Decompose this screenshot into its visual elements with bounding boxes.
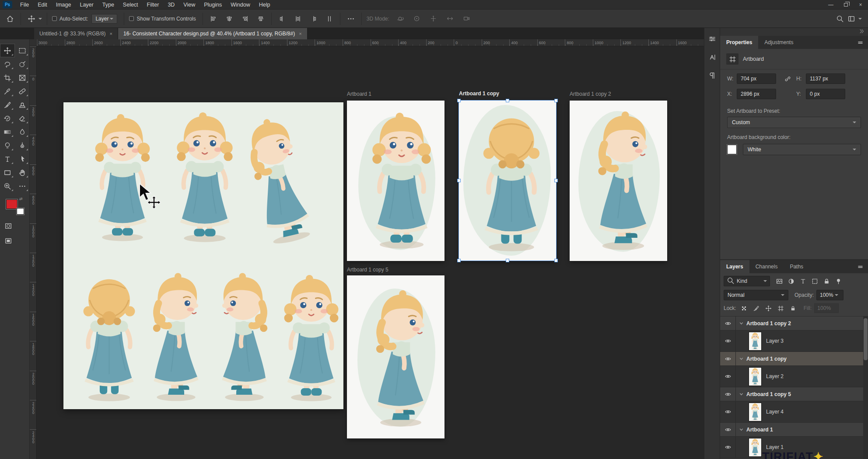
scrollbar-thumb[interactable] [864,318,868,360]
menu-filter[interactable]: Filter [143,2,164,8]
layer-thumbnail[interactable] [749,332,761,350]
artboard-1-copy-5[interactable] [347,275,444,438]
preset-dropdown[interactable]: Custom [727,117,861,128]
eyedropper-tool[interactable] [0,84,15,98]
tab-paths[interactable]: Paths [784,260,809,273]
y-field[interactable]: 0 px [806,89,845,99]
swap-colors-icon[interactable]: ⇄ [19,197,23,201]
close-tab-icon[interactable]: × [299,31,301,36]
link-dimensions-icon[interactable] [779,75,796,83]
visibility-eye-icon[interactable] [720,330,736,351]
lock-transparent-icon[interactable] [740,304,748,312]
type-tool[interactable] [0,152,15,166]
lock-all-icon[interactable] [789,304,797,312]
vertical-ruler[interactable]: 2000200400600800100012001400160018002000… [30,46,37,459]
menu-layer[interactable]: Layer [75,2,98,8]
type-filter-icon[interactable] [798,276,808,286]
layer-row-artboard-1-copy-5[interactable]: Artboard 1 copy 5 [720,387,868,401]
character-rail-icon[interactable] [704,50,720,65]
collapse-panels-icon[interactable] [859,28,864,36]
artboard-1[interactable] [347,101,444,261]
artboard-label-1[interactable]: Artboard 1 [347,91,371,97]
crop-tool[interactable] [0,71,15,84]
menu-type[interactable]: Type [98,2,119,8]
frame-tool[interactable] [15,71,30,84]
quick-mask-button[interactable] [1,219,16,233]
distribute-center-v-icon[interactable] [292,13,304,24]
layer-row-layer-3[interactable]: Layer 3 [720,330,868,352]
properties-rail-icon[interactable] [704,31,720,46]
lock-artboard-icon[interactable] [777,304,785,312]
artboard-label-3[interactable]: Artboard 1 copy 2 [570,91,611,97]
blend-mode-dropdown[interactable]: Normal [724,290,788,300]
menu-file[interactable]: File [16,2,33,8]
chevron-down-icon[interactable] [736,427,746,432]
pin-filter-icon[interactable] [833,276,844,286]
layer-row-artboard-1[interactable]: Artboard 1 [720,423,868,437]
document-tab-2[interactable]: 16- Consistent Character design.psd @ 40… [118,28,308,39]
document-tab-1[interactable]: Untitled-1 @ 33.3% (RGB/8)× [34,28,118,39]
shape-filter-icon[interactable] [809,276,820,286]
zoom-tool[interactable] [0,179,15,193]
menu-help[interactable]: Help [255,2,275,8]
chevron-down-icon[interactable] [736,356,746,361]
align-left-icon[interactable] [208,13,219,24]
character-sheet-image[interactable] [63,102,343,409]
dodge-tool[interactable] [0,139,15,152]
chevron-down-icon[interactable] [736,321,746,326]
tab-adjustments[interactable]: Adjustments [758,36,799,49]
layer-thumbnail[interactable] [749,438,761,456]
menu-3d[interactable]: 3D [163,2,179,8]
artboard-1-copy-2[interactable] [570,101,667,261]
visibility-eye-icon[interactable] [720,423,736,436]
home-icon[interactable] [4,13,16,24]
move-tool-icon[interactable] [26,13,37,24]
close-tab-icon[interactable]: × [110,31,112,36]
visibility-eye-icon[interactable] [720,387,736,401]
artboard-bg-dropdown[interactable]: White [743,144,861,155]
width-field[interactable]: 704 px [737,73,776,84]
layer-row-layer-4[interactable]: Layer 4 [720,401,868,423]
tab-properties[interactable]: Properties [720,36,758,49]
background-color-swatch[interactable] [17,208,24,215]
layer-row-artboard-1-copy-2[interactable]: Artboard 1 copy 2 [720,316,868,330]
layer-thumbnail[interactable] [749,368,761,386]
distribute-gap-icon[interactable] [324,13,335,24]
align-center-h-icon[interactable] [224,13,235,24]
pen-tool[interactable] [15,139,30,152]
restore-button[interactable] [838,2,853,8]
artboard-bg-swatch[interactable] [727,145,737,154]
lock-brush-icon[interactable] [752,304,760,312]
more-options-icon[interactable] [345,13,357,24]
brush-tool[interactable] [0,98,15,111]
tab-channels[interactable]: Channels [749,260,784,273]
healing-brush-tool[interactable] [15,84,30,98]
hand-tool[interactable] [15,166,30,179]
distribute-top-icon[interactable] [276,13,288,24]
opacity-field[interactable]: 100% [816,290,844,300]
menu-window[interactable]: Window [226,2,254,8]
eraser-tool[interactable] [15,111,30,125]
clone-stamp-tool[interactable] [15,98,30,111]
kind-filter-dropdown[interactable]: Kind [724,276,770,286]
blur-tool[interactable] [15,125,30,139]
workspace-icon[interactable] [846,13,857,24]
adjustment-filter-icon[interactable] [786,276,797,286]
pixel-filter-icon[interactable] [774,276,785,286]
auto-select-checkbox[interactable] [52,16,57,21]
menu-plugins[interactable]: Plugins [200,2,226,8]
visibility-eye-icon[interactable] [720,401,736,422]
layer-thumbnail[interactable] [749,403,761,421]
visibility-eye-icon[interactable] [720,437,736,458]
panel-menu-icon[interactable] [857,260,868,273]
auto-select-target-dropdown[interactable]: Layer [91,14,117,24]
tab-layers[interactable]: Layers [720,260,749,273]
ruler-origin[interactable] [30,39,37,46]
show-transform-checkbox[interactable] [129,16,134,21]
menu-view[interactable]: View [179,2,200,8]
chevron-down-icon[interactable] [736,392,746,396]
paragraph-rail-icon[interactable] [704,68,720,83]
gradient-tool[interactable] [0,125,15,139]
menu-edit[interactable]: Edit [33,2,52,8]
chevron-down-icon[interactable] [38,18,42,21]
